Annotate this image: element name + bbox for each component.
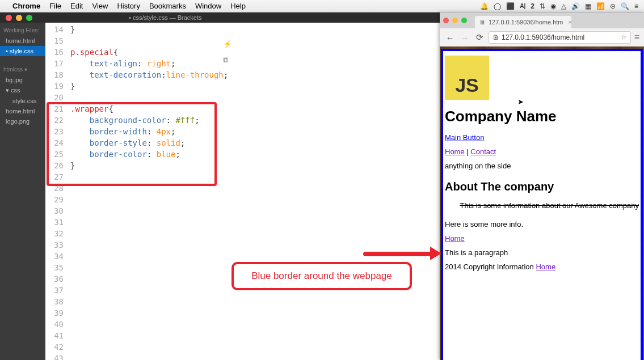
app-menu[interactable]: Chrome: [12, 2, 40, 10]
annotation-text: Blue border around the webpage: [251, 270, 392, 282]
working-file-active[interactable]: •style.css: [0, 46, 45, 56]
chrome-menu-icon[interactable]: ≡: [634, 32, 639, 43]
more-info-text: Here is some more info.: [445, 220, 639, 228]
code-area[interactable]: } p.special{ text-align: right; text-dec…: [67, 23, 440, 360]
extensions-icon[interactable]: ⧉: [223, 56, 233, 66]
rendered-page: JS Company Name Main Button Home | Conta…: [441, 49, 643, 360]
nav-separator: |: [465, 147, 471, 156]
address-bar[interactable]: 🗎 127.0.0.1:59036/home.html ☆: [489, 31, 631, 44]
macos-menubar: Chrome File Edit View History Bookmarks …: [0, 0, 644, 12]
main-button-link[interactable]: Main Button: [445, 133, 484, 142]
window-controls[interactable]: [6, 15, 32, 21]
page-icon: 🗎: [493, 33, 499, 41]
special-paragraph: This is some information about our Aweso…: [445, 201, 639, 210]
tray-icon[interactable]: ⬛: [506, 2, 515, 10]
menu-history[interactable]: History: [117, 2, 140, 10]
url-text: 127.0.0.1:59036/home.html: [502, 33, 584, 41]
tab-favicon: 🗎: [479, 19, 486, 26]
annotation-arrow: [363, 248, 441, 259]
footer-text: 2014 Copyright Information Home: [445, 262, 639, 271]
tree-item[interactable]: style.css: [0, 96, 45, 106]
spotlight-icon[interactable]: 🔍: [621, 2, 629, 10]
project-header[interactable]: htmlcss ▾: [0, 64, 45, 75]
brackets-sidebar: Working Files: home.html •style.css html…: [0, 23, 45, 360]
tab-title: 127.0.0.1:59036/home.htm: [489, 19, 563, 26]
chrome-toolbar: ← → ⟳ 🗎 127.0.0.1:59036/home.html ☆ ≡: [440, 28, 644, 46]
menu-icon[interactable]: ≡: [634, 2, 638, 10]
logo: JS: [445, 56, 489, 100]
page-heading: Company Name: [445, 108, 639, 125]
tray-icon[interactable]: ▦: [585, 2, 591, 10]
tree-item[interactable]: logo.png: [0, 116, 45, 126]
tray-icon[interactable]: 2: [531, 2, 534, 10]
code-editor[interactable]: 14 15 16 17 18 19 20 21 22 23 24 25 26 2…: [45, 23, 440, 360]
menu-view[interactable]: View: [92, 2, 108, 10]
browser-tab[interactable]: 🗎 127.0.0.1:59036/home.htm ×: [475, 16, 571, 28]
working-files-header: Working Files:: [0, 25, 45, 36]
chrome-window: 🗎 127.0.0.1:59036/home.htm × ← → ⟳ 🗎 127…: [440, 12, 644, 360]
back-button[interactable]: ←: [444, 33, 456, 43]
menu-bookmarks[interactable]: Bookmarks: [149, 2, 186, 10]
menu-window[interactable]: Window: [195, 2, 221, 10]
wifi-icon[interactable]: 📶: [596, 2, 605, 10]
system-tray: 🔔 ◯ ⬛ A| 2 ⇅ ◉ △ 🔊 ▦ 📶 ⊝ 🔍 ≡: [480, 2, 638, 10]
tray-icon[interactable]: △: [561, 2, 566, 10]
window-controls[interactable]: [443, 18, 467, 23]
tab-close-icon[interactable]: ×: [568, 19, 571, 26]
reload-button[interactable]: ⟳: [474, 32, 485, 43]
chrome-tabstrip: 🗎 127.0.0.1:59036/home.htm ×: [440, 12, 644, 28]
menu-edit[interactable]: Edit: [70, 2, 83, 10]
browser-viewport: JS Company Name Main Button Home | Conta…: [440, 46, 644, 360]
forward-button[interactable]: →: [459, 33, 470, 43]
line-gutter: 14 15 16 17 18 19 20 21 22 23 24 25 26 2…: [45, 23, 67, 360]
live-preview-icon[interactable]: ⚡: [223, 40, 233, 50]
footer-home-link[interactable]: Home: [536, 262, 555, 271]
menu-help[interactable]: Help: [230, 2, 246, 10]
aside-text: anything on the side: [445, 162, 639, 170]
tree-item[interactable]: home.html: [0, 106, 45, 116]
brackets-window: • css/style.css — Brackets Working Files…: [0, 12, 440, 360]
menu-file[interactable]: File: [49, 2, 61, 10]
tray-icon[interactable]: ⇅: [540, 2, 545, 10]
window-title: • css/style.css — Brackets: [129, 14, 202, 21]
nav-contact-link[interactable]: Contact: [470, 147, 496, 156]
tray-icon[interactable]: A|: [520, 3, 525, 9]
tray-icon[interactable]: ◉: [550, 2, 556, 10]
tray-icon[interactable]: ⊝: [610, 2, 616, 10]
working-file[interactable]: home.html: [0, 36, 45, 46]
file-tree: bg.jpg ▾ css style.css home.html logo.pn…: [0, 75, 45, 126]
tray-icon[interactable]: 🔔: [480, 2, 489, 10]
brackets-titlebar: • css/style.css — Brackets: [0, 12, 440, 23]
tray-icon[interactable]: 🔊: [571, 2, 580, 10]
brackets-right-rail: ⚡ ⧉: [221, 35, 235, 353]
tray-icon[interactable]: ◯: [494, 2, 501, 10]
nav-home-link[interactable]: Home: [445, 147, 465, 156]
bookmark-star-icon[interactable]: ☆: [621, 33, 627, 41]
annotation-callout: Blue border around the webpage: [231, 262, 412, 290]
section-heading: About The company: [445, 180, 639, 193]
home-link[interactable]: Home: [445, 234, 465, 243]
tree-item[interactable]: bg.jpg: [0, 75, 45, 85]
tree-folder[interactable]: ▾ css: [0, 85, 45, 96]
paragraph-text: This is a paragraph: [445, 248, 639, 257]
